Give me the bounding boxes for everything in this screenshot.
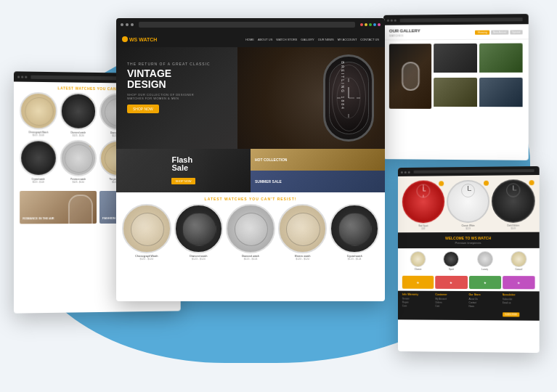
main-product-1[interactable]: Chronograph Watch $123 - $124 [122, 204, 171, 261]
sl-product-6[interactable]: Precision watch $123 - $124 [60, 139, 97, 184]
sbr-footer: Info Warranty Service Repair Care Custom… [398, 291, 540, 321]
gallery-img-1 [389, 44, 432, 109]
breitling-text: BREITLING 1884 [340, 61, 344, 110]
gallery-header: OUR GALLERY WATCHES Showing New Arrival … [383, 24, 529, 40]
sl-price-1: $123 - $124 [20, 134, 57, 136]
sbr-color-green[interactable]: ★ [468, 276, 500, 289]
gallery-item-1[interactable] [389, 44, 432, 109]
hot-collection-label: HOT COLLECTION [255, 158, 287, 162]
filter-tab-special[interactable]: Special [510, 30, 523, 34]
sl-product-1[interactable]: Chronograph Watch $123 - $124 [20, 92, 57, 136]
gallery-img-2 [434, 44, 476, 73]
hero-text: THE RETURN OF A GREAT CLASSIC VINTAGEDES… [127, 62, 211, 113]
sbr-footer-col-2: Customer My Account Orders Cart [435, 293, 467, 318]
sr-dot-3 [394, 19, 397, 21]
sl-product-2[interactable]: Diamond watch $123 - $124 [60, 92, 97, 136]
nav-store[interactable]: WATCH STORE [276, 38, 297, 41]
sbr-footer-title-1: Info Warranty [402, 293, 434, 296]
sbr-watch-3[interactable]: Dark Edition $149 [492, 179, 535, 230]
nav-gallery[interactable]: GALLERY [301, 38, 314, 41]
sbr-url-bar[interactable] [414, 169, 534, 173]
sbr-color-red[interactable]: ★ [435, 276, 467, 289]
hero-title: VINTAGEDESIGN [127, 68, 211, 91]
logo-icon [122, 36, 128, 42]
sbr-footer-col-4: Newsletter Subscribe Email us SUBSCRIBE [503, 293, 535, 318]
sbr-dot-3 [408, 171, 410, 173]
nav-bar [116, 18, 385, 31]
nav-news[interactable]: OUR NEWS [318, 38, 334, 41]
filter-tab-new[interactable]: New Arrival [491, 30, 508, 35]
gallery-item-3[interactable] [479, 44, 523, 75]
nav-dot-2 [126, 23, 129, 26]
sr-url-bar[interactable] [400, 17, 523, 22]
hero-subtitle: SHOP OUR COLLECTION OF DESIGNERWATCHES F… [127, 93, 211, 100]
sbr-watch-dial-1 [415, 181, 433, 200]
gallery-img-4 [434, 77, 476, 106]
gallery-item-2[interactable] [434, 44, 476, 75]
nav-account[interactable]: MY ACCOUNT [338, 38, 357, 41]
hot-collection-banner[interactable]: HOT COLLECTION [251, 149, 385, 171]
hero-watch-inner [329, 62, 369, 134]
sbr-footer-item-2-3: Cart [435, 305, 467, 308]
hero-cta-button[interactable]: SHOP NOW [127, 105, 159, 113]
sbr-footer-item-1-2: Repair [402, 301, 434, 304]
sbr-icon-circle-1 [410, 251, 426, 267]
sbr-welcome-title: WELCOME TO WS WATCH [402, 236, 535, 240]
sl-product-5[interactable]: Crystal watch $123 - $124 [20, 139, 57, 184]
flash-sale-label: FlashSale [171, 156, 195, 172]
sbr-footer-subscribe-btn[interactable]: SUBSCRIBE [503, 312, 520, 317]
sbr-color-gold[interactable]: ★ [402, 276, 434, 289]
site-logo[interactable]: WS WATCH [122, 36, 157, 42]
sl-price-2: $123 - $124 [60, 134, 97, 136]
main-product-3[interactable]: Diamond watch $123 - $124 [226, 204, 275, 261]
sr-dot-1 [387, 19, 389, 21]
gallery-item-4[interactable] [434, 77, 476, 109]
sbr-badge-2 [484, 181, 489, 186]
sbr-watch-2[interactable]: Classic White $129 [447, 180, 489, 230]
gallery-img-5 [479, 77, 523, 106]
main-products-section: LATEST WATCHES YOU CAN'T RESIST! Chronog… [116, 192, 385, 264]
flash-sale-btn[interactable]: SHOP NOW [171, 178, 195, 184]
main-products-grid: Chronograph Watch $123 - $124 Diamond wa… [122, 204, 379, 261]
sbr-color-purple[interactable]: ★ [503, 276, 535, 289]
sbr-color-green-label: ★ [484, 281, 487, 285]
sbr-footer-title-2: Customer [435, 293, 467, 296]
sbr-icon-watch-3[interactable]: Luxury [468, 251, 500, 271]
nav-about[interactable]: ABOUT US [258, 38, 272, 41]
sbr-icon-watch-4[interactable]: Casual [503, 251, 535, 271]
nav-contact[interactable]: CONTACT US [360, 38, 379, 41]
sbr-icon-watch-1[interactable]: Classic [402, 251, 434, 271]
sbr-watches-row: Red Sport $99 Classic White $129 [398, 175, 540, 232]
sbr-welcome-section: WELCOME TO WS WATCH Premium timepieces [398, 232, 540, 248]
main-product-2[interactable]: Diamond watch $123 - $124 [174, 204, 224, 261]
sbr-icon-watch-2[interactable]: Sport [435, 251, 467, 271]
sbr-color-gold-label: ★ [417, 280, 420, 284]
main-product-price-3: $123 - $124 [226, 258, 275, 261]
filter-tab-showing[interactable]: Showing [475, 30, 489, 35]
flash-sale-band: FlashSale SHOP NOW HOT COLLECTION SUMMER… [116, 149, 385, 192]
dot-1 [17, 75, 20, 78]
sl-banner-romance[interactable]: ROMANCE IN THE AIR [20, 191, 97, 224]
nav-home[interactable]: HOME [245, 38, 254, 41]
sbr-watch-1[interactable]: Red Sport $99 [402, 180, 444, 230]
sbr-footer-item-4-1: Subscribe [503, 298, 535, 301]
main-watch-5 [330, 204, 379, 253]
main-watch-1 [122, 204, 171, 253]
main-product-4[interactable]: Electric watch $123 - $124 [278, 204, 328, 261]
sl-watch-5 [20, 139, 57, 176]
url-bar-main[interactable] [139, 22, 355, 28]
main-product-5[interactable]: Crystal watch $123 - $124 [330, 204, 379, 261]
hero-watch-face [323, 54, 374, 142]
sl-price-5: $123 - $124 [20, 181, 57, 184]
sl-badge-5 [49, 141, 55, 147]
sbr-badge-1 [439, 181, 444, 186]
sbr-price-1: $99 [402, 227, 444, 230]
sl-watch-2 [60, 92, 97, 129]
sbr-circle-dark [492, 179, 535, 223]
flash-sale-section[interactable]: FlashSale SHOP NOW [116, 149, 251, 192]
sbr-icon-label-2: Sport [435, 268, 467, 271]
gallery-item-5[interactable] [479, 77, 523, 109]
summer-sale-banner[interactable]: SUMMER SALE [251, 171, 385, 192]
color-dot-5 [378, 23, 381, 26]
sbr-footer-title-3: Our Store [468, 293, 500, 296]
